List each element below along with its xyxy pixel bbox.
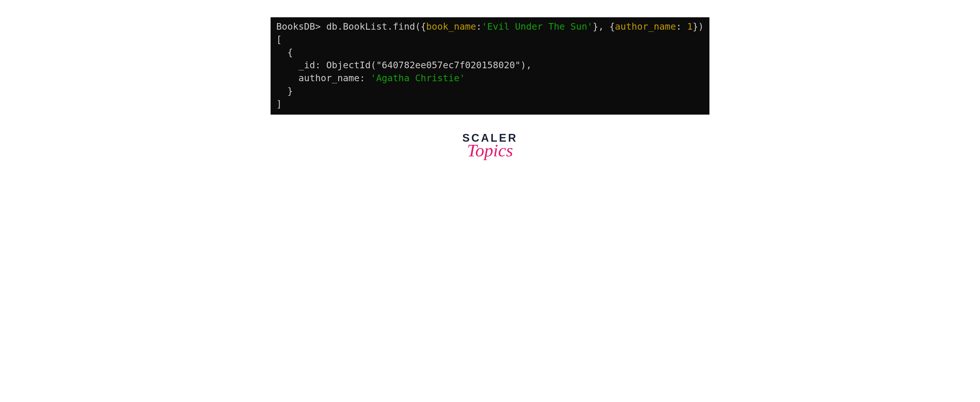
output-brace: }	[276, 86, 293, 97]
command-text: db.BookList.find({	[321, 21, 426, 32]
colon: :	[676, 21, 687, 32]
command-text: })	[693, 21, 704, 32]
scaler-topics-logo: SCALER Topics	[462, 132, 517, 160]
output-close: ),	[520, 60, 531, 71]
output-key: author_name:	[299, 73, 371, 84]
command-text: }, {	[593, 21, 615, 32]
logo-topics-text: Topics	[467, 140, 513, 160]
output-bracket: ]	[276, 99, 282, 110]
terminal-output: BooksDB> db.BookList.find({book_name:'Ev…	[270, 17, 710, 114]
output-brace: {	[276, 47, 293, 58]
shell-prompt: BooksDB>	[276, 21, 321, 32]
output-key: _id: ObjectId(	[299, 60, 376, 71]
string-literal: 'Agatha Christie'	[371, 73, 465, 84]
string-literal: 'Evil Under The Sun'	[482, 21, 593, 32]
number-literal: 1	[687, 21, 692, 32]
colon: :	[476, 21, 482, 32]
indent	[276, 73, 299, 84]
field-name: book_name	[426, 21, 476, 32]
indent	[276, 60, 299, 71]
field-name: author_name	[615, 21, 676, 32]
object-id: "640782ee057ec7f020158020"	[376, 60, 521, 71]
output-bracket: [	[276, 34, 282, 45]
